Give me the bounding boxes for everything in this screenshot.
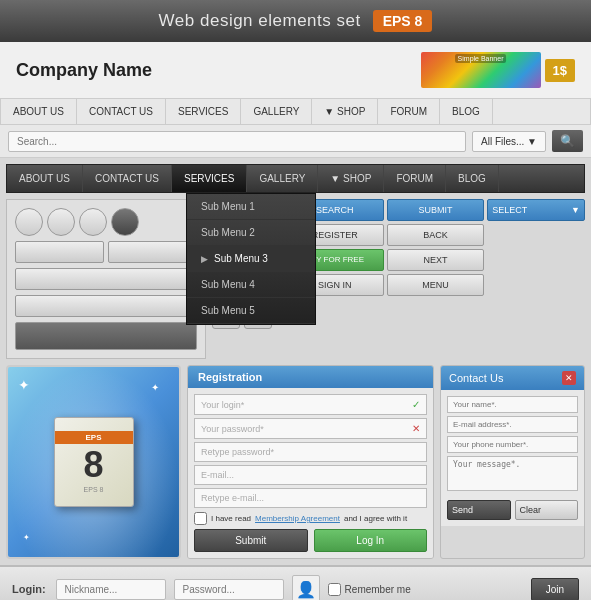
rect-btn-wide[interactable]	[15, 268, 197, 290]
circle-btn-dark[interactable]	[111, 208, 139, 236]
search-button[interactable]: 🔍	[552, 130, 583, 152]
contact-email-field[interactable]	[447, 416, 578, 433]
login-ok-icon: ✓	[412, 399, 420, 410]
password-err-icon: ✕	[412, 423, 420, 434]
rect-btn-2[interactable]	[108, 241, 197, 263]
ui-elements-panel	[6, 199, 206, 359]
star-2: ✦	[151, 382, 159, 393]
company-name: Company Name	[16, 60, 152, 81]
submenu-item-1[interactable]: Sub Menu 1	[187, 194, 315, 220]
nickname-input[interactable]	[56, 579, 166, 600]
login-field[interactable]: Your login* ✓	[194, 394, 427, 415]
join-btn[interactable]: Join	[531, 578, 579, 601]
submenu-item-2[interactable]: Sub Menu 2	[187, 220, 315, 246]
next-action-btn[interactable]: NEXT	[387, 249, 485, 271]
rect-btn-dark[interactable]	[15, 322, 197, 350]
reg-header: Registration	[188, 366, 433, 388]
submenu-item-5[interactable]: Sub Menu 5	[187, 298, 315, 324]
reg-login-btn[interactable]: Log In	[314, 529, 428, 552]
search-input[interactable]	[8, 131, 466, 152]
nav2-blog[interactable]: BLOG	[446, 165, 499, 192]
banner-price: 1$	[545, 59, 575, 82]
rect-buttons-row-1	[15, 241, 197, 263]
circle-btn-2[interactable]	[47, 208, 75, 236]
select-action-btn[interactable]: SELECT ▼	[487, 199, 585, 221]
search-dropdown[interactable]: All Files... ▼	[472, 131, 546, 152]
nav1-about-us[interactable]: ABOUT US	[1, 99, 77, 124]
main-content: ABOUT US CONTACT US SERVICES GALLERY ▼ S…	[0, 158, 591, 565]
nav2-shop[interactable]: ▼ SHOP	[318, 165, 384, 192]
circle-buttons-row	[15, 208, 197, 236]
agree-checkbox[interactable]	[194, 512, 207, 525]
user-icon: 👤	[292, 575, 320, 600]
banner-colorful: Simple Banner	[421, 52, 541, 88]
contact-btn-row: Send Clear	[447, 500, 578, 520]
contact-phone-field[interactable]	[447, 436, 578, 453]
submenu-item-4[interactable]: Sub Menu 4	[187, 272, 315, 298]
action-buttons-grid: SEARCH SUBMIT SELECT ▼ REGISTER BACK TRY…	[286, 199, 585, 296]
circle-btn-3[interactable]	[79, 208, 107, 236]
submit-action-btn[interactable]: SUBMIT	[387, 199, 485, 221]
nav2-services[interactable]: SERVICES	[172, 165, 247, 192]
contact-panel: Contact Us ✕ Send Clear	[440, 365, 585, 559]
nav-bar-2: ABOUT US CONTACT US SERVICES GALLERY ▼ S…	[6, 164, 585, 193]
contact-close-btn[interactable]: ✕	[562, 371, 576, 385]
box-visual: EPS 8 EPS 8	[54, 417, 134, 507]
remember-label: Remember me	[345, 584, 411, 595]
login-label: Login:	[12, 583, 46, 595]
company-header: Company Name Simple Banner 1$	[0, 42, 591, 99]
retype-email-field[interactable]: Retype e-mail...	[194, 488, 427, 508]
reg-submit-btn[interactable]: Submit	[194, 529, 308, 552]
rect-buttons-row-4	[15, 322, 197, 350]
product-panel: ✦ ✦ ✦ EPS 8 EPS 8	[6, 365, 181, 559]
nav1-gallery[interactable]: GALLERY	[241, 99, 312, 124]
circle-btn-1[interactable]	[15, 208, 43, 236]
bottom-row: ✦ ✦ ✦ EPS 8 EPS 8 Registration Your logi…	[6, 365, 585, 559]
product-box: EPS 8 EPS 8	[54, 417, 134, 507]
email-field[interactable]: E-mail...	[194, 465, 427, 485]
password-input[interactable]	[174, 579, 284, 600]
banner-area: Simple Banner 1$	[421, 52, 575, 88]
rect-btn-1[interactable]	[15, 241, 104, 263]
star-3: ✦	[23, 533, 30, 542]
contact-clear-btn[interactable]: Clear	[515, 500, 579, 520]
rect-btn-3[interactable]	[15, 295, 197, 317]
submenu-dropdown: Sub Menu 1 Sub Menu 2 ▶Sub Menu 3 Sub Me…	[186, 193, 316, 325]
rect-buttons-row-3	[15, 295, 197, 317]
menu-action-btn[interactable]: MENU	[387, 274, 485, 296]
banner-label: Simple Banner	[455, 54, 507, 63]
nav2-gallery[interactable]: GALLERY	[247, 165, 318, 192]
membership-link[interactable]: Membership Agreement	[255, 514, 340, 523]
submenu-item-3[interactable]: ▶Sub Menu 3	[187, 246, 315, 272]
contact-message-field[interactable]	[447, 456, 578, 491]
reg-btn-row: Submit Log In	[194, 529, 427, 552]
nav2-forum[interactable]: FORUM	[384, 165, 446, 192]
star-1: ✦	[18, 377, 30, 393]
title-bar: Web design elements set EPS 8	[0, 0, 591, 42]
box-number: 8	[83, 444, 103, 486]
eps-badge: EPS 8	[373, 10, 433, 32]
nav1-shop[interactable]: ▼ SHOP	[312, 99, 378, 124]
contact-send-btn[interactable]: Send	[447, 500, 511, 520]
back-action-btn[interactable]: BACK	[387, 224, 485, 246]
contact-body: Send Clear	[441, 390, 584, 526]
contact-name-field[interactable]	[447, 396, 578, 413]
title-text: Web design elements set	[159, 11, 361, 31]
nav2-about-us[interactable]: ABOUT US	[7, 165, 83, 192]
nav1-forum[interactable]: FORUM	[378, 99, 440, 124]
nav1-blog[interactable]: BLOG	[440, 99, 493, 124]
remember-area: Remember me	[328, 583, 411, 596]
search-bar: All Files... ▼ 🔍	[0, 125, 591, 158]
box-sub: EPS 8	[84, 486, 104, 493]
password-field[interactable]: Your password* ✕	[194, 418, 427, 439]
rect-buttons-row-2	[15, 268, 197, 290]
nav1-contact-us[interactable]: CONTACT US	[77, 99, 166, 124]
action-buttons-area: SEARCH SUBMIT SELECT ▼ REGISTER BACK TRY…	[286, 199, 585, 359]
nav2-contact-us[interactable]: CONTACT US	[83, 165, 172, 192]
reg-body: Your login* ✓ Your password* ✕ Retype pa…	[188, 388, 433, 558]
nav1-services[interactable]: SERVICES	[166, 99, 241, 124]
nav-bar-1: ABOUT US CONTACT US SERVICES GALLERY ▼ S…	[0, 99, 591, 125]
agree-row: I have read Membership Agreement and I a…	[194, 512, 427, 525]
retype-password-field[interactable]: Retype password*	[194, 442, 427, 462]
remember-checkbox[interactable]	[328, 583, 341, 596]
